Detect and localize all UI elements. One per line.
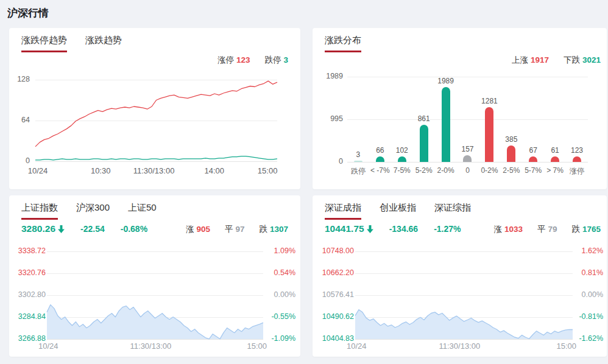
sz-pct-label: -0.81%	[575, 312, 603, 321]
tab-updown-trend[interactable]: 涨跌趋势	[85, 35, 122, 52]
tab-sz-component[interactable]: 深证成指	[325, 202, 361, 220]
sh-index-change: -22.54	[80, 224, 105, 234]
sh-flat-stat: 平97	[225, 224, 245, 235]
y-tick-995: 995	[319, 114, 343, 123]
page-title: 沪深行情	[7, 6, 49, 20]
sz-breadth-stats: 涨1033 平79 跌1765	[493, 224, 601, 235]
sz-y-label: 10490.62	[320, 312, 354, 321]
limit-up-stat: 涨停123	[217, 55, 250, 66]
bar-category-label: 0-2%	[478, 166, 500, 177]
sz-pct-label: 0.81%	[575, 268, 603, 277]
y-tick-0: 0	[14, 156, 30, 165]
sh-index-tabs: 上证指数 沪深300 上证50	[21, 202, 157, 220]
sh-pct-label: 0.54%	[267, 268, 295, 277]
sz-x-tick: 10/24	[347, 341, 367, 351]
sz-flat-stat: 平79	[537, 224, 557, 235]
distribution-categories: 跌停< -7%7-5%5-2%2-0%00-2%2-5%5-7%> 7%涨停	[347, 166, 588, 177]
sz-x-tick: 11:30/13:00	[439, 341, 481, 351]
bar-column: 1989	[435, 77, 457, 162]
bar-column: 385	[500, 77, 522, 162]
decliners-count: 3021	[582, 55, 601, 65]
bar-column: 157	[457, 77, 479, 162]
bar-value-label: 1281	[481, 97, 498, 105]
limit-stats: 涨停123 跌停3	[217, 55, 288, 66]
sz-index-pct: -1.27%	[434, 224, 461, 234]
panel-distribution: 涨跌分布 上涨1917 下跌3021 1989 995 0 3661028611…	[313, 28, 607, 189]
x-tick: 10:30	[91, 166, 111, 175]
down-arrow-icon	[58, 225, 65, 233]
limit-down-stat: 跌停3	[264, 55, 288, 66]
bar	[529, 156, 537, 162]
bar	[354, 161, 362, 162]
sh-pct-label: -0.55%	[267, 312, 295, 321]
sh-up-stat: 涨905	[186, 224, 210, 235]
y-tick-1989: 1989	[319, 72, 343, 80]
bar-value-label: 157	[461, 145, 473, 153]
bar	[551, 156, 559, 162]
sz-pct-label: 0.00%	[575, 290, 603, 299]
sz-x-tick: 15:00	[556, 341, 576, 351]
sh-y-label: 3338.72	[16, 247, 46, 255]
bar	[463, 155, 472, 162]
tab-sh-composite[interactable]: 上证指数	[21, 202, 58, 220]
advancers-count: 1917	[531, 55, 549, 65]
sh-x-tick: 11:30/13:00	[130, 341, 172, 351]
bar-column: 3	[347, 77, 369, 162]
bar	[398, 156, 406, 162]
x-tick: 10/24	[28, 166, 48, 175]
sz-y-label: 10662.20	[320, 268, 354, 277]
sz-index-change: -134.66	[389, 224, 418, 234]
bar-category-label: 2-5%	[500, 166, 522, 177]
y-tick-64: 64	[14, 116, 30, 124]
x-tick: 15:00	[258, 166, 278, 175]
bar-category-label: > 7%	[544, 166, 566, 177]
bar	[420, 125, 428, 162]
sh-index-area	[47, 251, 263, 339]
sz-up-stat: 涨1033	[493, 224, 523, 235]
tab-distribution[interactable]: 涨跌分布	[325, 35, 361, 52]
gridline-baseline	[35, 161, 277, 162]
sh-index-quote: 3280.26 -22.54 -0.68%	[21, 223, 147, 234]
bar-category-label: 7-5%	[391, 166, 413, 177]
sh-x-tick: 15:00	[247, 341, 267, 351]
distribution-bars: 366102861198915712813856761123	[347, 77, 588, 162]
tab-sz-composite[interactable]: 深证综指	[434, 202, 471, 220]
sz-pct-label: 1.62%	[575, 247, 603, 255]
bar-category-label: 0	[457, 166, 479, 177]
sh-index-pct: -0.68%	[121, 224, 147, 234]
sz-index-price: 10441.75	[325, 223, 373, 234]
panel-sz-index: 深证成指 创业板指 深证综指 10441.75 -134.66 -1.27% 涨…	[313, 195, 607, 357]
limit-down-count: 3	[283, 55, 288, 65]
tab-limit-trend[interactable]: 涨跌停趋势	[21, 35, 67, 52]
gridline-baseline	[47, 339, 263, 340]
bar-column: 1281	[478, 77, 500, 162]
bar	[442, 87, 450, 162]
sz-index-chart: 10/24 11:30/13:00 15:00	[355, 251, 573, 339]
sh-down-stat: 跌1307	[259, 224, 288, 235]
bar-column: 61	[544, 77, 566, 162]
sh-y-label: 3284.84	[16, 312, 46, 321]
sh-breadth-stats: 涨905 平97 跌1307	[186, 224, 288, 235]
tab-chinext[interactable]: 创业板指	[380, 202, 416, 220]
sh-pct-label: 0.00%	[267, 290, 295, 299]
bar-value-label: 123	[571, 146, 583, 155]
bar	[485, 107, 493, 162]
distribution-tabs: 涨跌分布	[325, 35, 361, 52]
bar-value-label: 861	[418, 114, 430, 123]
tab-sse50[interactable]: 上证50	[128, 202, 157, 220]
bar-value-label: 67	[529, 146, 537, 155]
limit-trend-lines	[35, 80, 277, 161]
distribution-chart: 366102861198915712813856761123 跌停< -7%7-…	[347, 77, 588, 162]
y-tick-128: 128	[14, 75, 30, 83]
bar-value-label: 1989	[437, 77, 454, 85]
bar-value-label: 66	[376, 146, 384, 155]
bar	[507, 145, 515, 162]
sz-index-area	[355, 251, 573, 339]
bar-category-label: 5-2%	[413, 166, 435, 177]
sz-index-tabs: 深证成指 创业板指 深证综指	[325, 202, 471, 220]
tab-csi300[interactable]: 沪深300	[76, 202, 110, 220]
limit-trend-chart: 10/24 10:30 11:30/13:00 14:00 15:00	[35, 80, 277, 161]
gridline-baseline	[347, 162, 588, 163]
bar-value-label: 102	[396, 146, 408, 155]
bar-column: 123	[566, 77, 588, 162]
